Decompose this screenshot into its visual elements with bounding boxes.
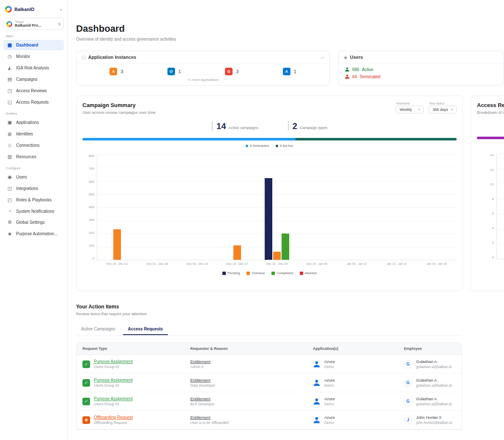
campaigns-icon: ▤ — [7, 77, 13, 82]
app-instance-google-workspace[interactable]: G3 — [225, 68, 238, 75]
page-subtitle: Overview of identity and access governan… — [76, 37, 504, 41]
table-header-row: Request TypeRequestor & ReasonApplicatio… — [77, 343, 461, 355]
sidebar-item-campaigns[interactable]: ▤Campaigns — [3, 74, 64, 85]
offboarding-request-icon: ⊗ — [82, 416, 90, 424]
filter-select-timeframe[interactable]: Weekly▾ — [396, 106, 424, 113]
x-axis-label: Nov 24 - Dec 01 — [97, 262, 137, 265]
request-type-link[interactable]: Purpose Assignment — [94, 359, 133, 364]
chevron-down-icon: ▾ — [451, 108, 453, 111]
legend-label: Aborted — [305, 271, 317, 275]
sidebar-item-label: Global Settings — [16, 220, 45, 225]
y-axis-label: 800 — [89, 154, 94, 158]
tenant-selector[interactable]: Tenant Balkanid Pro... ⇅ — [3, 18, 64, 30]
access-requests-split-bar — [477, 137, 504, 139]
sidebar-item-label: Identities — [16, 132, 33, 136]
employee-email: gulashan.a@balkan.id — [416, 365, 452, 369]
bar-overdue — [233, 245, 241, 260]
table-row[interactable]: ✓Purpose AssignmentUsers Group #2Entitle… — [77, 374, 461, 392]
sidebar-item-applications[interactable]: ▣Applications — [3, 117, 64, 128]
request-type-link[interactable]: Offboarding Request — [94, 415, 133, 420]
app-instance-azure[interactable]: A1 — [283, 68, 296, 75]
collapse-sidebar-icon[interactable]: « — [60, 7, 62, 12]
avatar: J — [404, 416, 412, 424]
employee-name: Gulashan A. — [416, 359, 452, 364]
requestor-name[interactable]: Entitlement — [190, 396, 313, 401]
sidebar-item-label: Purpose Automation... — [16, 231, 58, 236]
table-row[interactable]: ⊗Offboarding RequestOffboarding RequestE… — [77, 411, 461, 429]
chevron-down-icon: ▾ — [418, 108, 420, 111]
campaign-chart-plot — [97, 154, 457, 260]
filter-select-time-select[interactable]: 365 days▾ — [429, 106, 457, 113]
sidebar-item-access-reviews[interactable]: ◳Access Reviews — [3, 85, 64, 96]
campaign-stat-active-campaigns: 14Active campaigns — [212, 121, 258, 131]
legend-swatch — [300, 272, 303, 275]
sidebar-item-connections[interactable]: ◇Connections — [3, 140, 64, 151]
nav-section-label: Configure — [6, 166, 61, 170]
sidebar-item-identities[interactable]: ◍Identities — [3, 129, 64, 139]
employee-name: Gulashan A. — [416, 396, 452, 401]
access-chart-xaxis: Nov 24 — [497, 261, 504, 264]
azure-icon: A — [283, 68, 290, 75]
requestor-name[interactable]: Entitlement — [190, 378, 313, 382]
purpose-automation-icon: ◈ — [7, 231, 13, 236]
app-instance-okta[interactable]: O1 — [167, 68, 181, 75]
legend-label: Completed — [277, 271, 293, 275]
expand-icon[interactable]: ↔ — [318, 54, 325, 60]
app-instance-aws[interactable]: A3 — [110, 68, 123, 75]
x-axis-label: Jan 12 - Jan 19 — [377, 262, 416, 265]
employee-cell: JJohn Hunter IIjohn.hunter@balkan.id — [404, 415, 455, 425]
sidebar-item-label: Connections — [16, 143, 40, 148]
employee-text: Gulashan A.gulashan.a@balkan.id — [416, 359, 452, 369]
sidebar-item-label: Monitor — [16, 54, 30, 59]
iga-risk-analysis-icon: ◭ — [7, 65, 13, 71]
application-name: Azure — [324, 359, 335, 364]
terminated-user-icon — [345, 74, 350, 79]
requestor-name[interactable]: Entitlement — [190, 415, 313, 420]
sidebar-item-purpose-automation[interactable]: ◈Purpose Automation... — [3, 228, 64, 239]
sidebar-item-integrations[interactable]: ◫Integrations — [3, 183, 64, 194]
table-row[interactable]: ✓Purpose AssignmentUsers Group #2Entitle… — [77, 392, 461, 411]
sidebar-item-resources[interactable]: ▥Resources — [3, 151, 64, 162]
request-type-text: Purpose AssignmentUsers Group #2 — [94, 396, 133, 406]
campaign-filters: TimeframeWeekly▾Time Select365 days▾ — [396, 102, 457, 113]
tab-access-requests[interactable]: Access Requests — [123, 324, 168, 335]
x-axis-label: Nov 24 — [497, 261, 504, 264]
logo-row: BalkanID « — [3, 5, 64, 18]
sidebar-item-access-requests[interactable]: ◱Access Requests — [3, 97, 64, 107]
balkanid-logo-icon — [5, 6, 12, 13]
y-axis-label: 400 — [89, 206, 94, 209]
access-requests-chart: 14121086420 — [477, 154, 504, 259]
sidebar-item-dashboard[interactable]: ▦Dashboard — [3, 40, 64, 50]
request-type-sub: Users Group #2 — [94, 383, 133, 388]
chart-category — [337, 154, 377, 260]
sidebar-item-label: System Notifications — [16, 209, 55, 214]
sidebar-item-monitor[interactable]: ◷Monitor — [3, 51, 64, 62]
y-axis-label: 600 — [89, 180, 94, 184]
requestor-name[interactable]: Entitlement — [190, 359, 313, 364]
requestor-cell: EntitlementData Developer — [190, 378, 313, 388]
tab-active-campaigns[interactable]: Active Campaigns — [76, 324, 121, 335]
request-type-link[interactable]: Purpose Assignment — [94, 378, 133, 382]
sidebar-item-global-settings[interactable]: ⚙Global Settings — [3, 217, 64, 228]
request-type-link[interactable]: Purpose Assignment — [94, 396, 133, 401]
app-instance-count: 3 — [121, 69, 123, 74]
campaign-summary-card: Campaign Summary User access review camp… — [76, 96, 463, 291]
campaign-split-bar — [82, 138, 457, 140]
sidebar-item-system-notifications[interactable]: ◔System Notifications — [3, 206, 64, 216]
x-axis-label: Dec 22 - Dec 29 — [257, 262, 297, 265]
request-reason: BLR Developer — [190, 402, 313, 406]
filter-value: Weekly — [400, 107, 412, 112]
table-row[interactable]: ✓Purpose AssignmentUsers Group #2Entitle… — [77, 355, 461, 374]
sidebar-item-roles-playbooks[interactable]: ◰Roles & Playbooks — [3, 195, 64, 205]
tenant-texts: Tenant Balkanid Pro... — [15, 20, 41, 28]
action-items-subtitle: Review items that require your attention — [76, 311, 504, 316]
sidebar-item-users[interactable]: ◉Users — [3, 172, 64, 182]
campaign-summary-titles: Campaign Summary User access review camp… — [82, 102, 156, 115]
campaign-stats: 14Active campaigns2Campaign types — [82, 121, 457, 131]
users-card-title: Users — [350, 55, 363, 60]
users-card: ◉ Users 686 Active 64 Terminated — [338, 51, 504, 85]
azure-icon — [313, 379, 320, 387]
application-sub: Demo — [324, 421, 335, 425]
chart-legend-item: Aborted — [300, 271, 317, 275]
sidebar-item-iga-risk-analysis[interactable]: ◭IGA Risk Analysis — [3, 63, 64, 73]
